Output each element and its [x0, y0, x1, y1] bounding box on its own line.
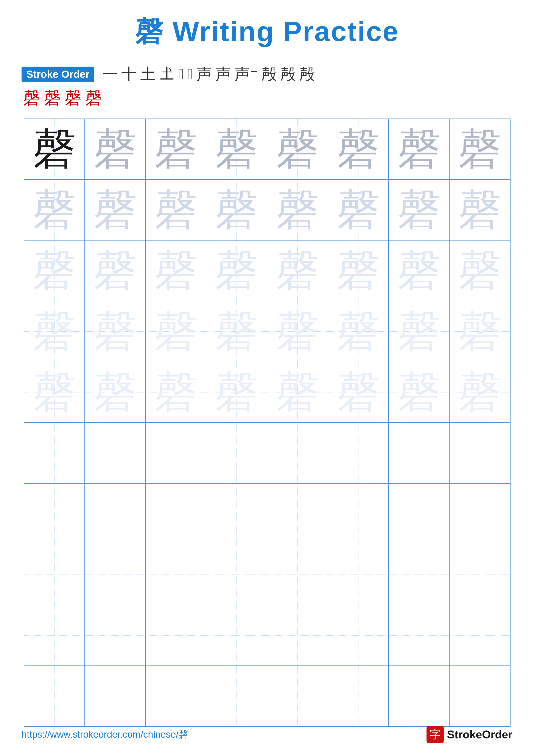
grid-cell[interactable]: 磬 — [85, 179, 145, 240]
stroke-3: 土 — [140, 64, 156, 85]
grid-cell[interactable]: 磬 — [389, 179, 449, 240]
grid-cell[interactable]: 磬 — [24, 119, 85, 179]
grid-char: 磬 — [85, 249, 145, 292]
grid-cell[interactable]: 磬 — [145, 362, 206, 422]
grid-cell[interactable] — [145, 605, 206, 666]
grid-cell[interactable] — [389, 544, 449, 605]
grid-cell[interactable]: 磬 — [206, 179, 267, 240]
grid-cell[interactable]: 磬 — [328, 119, 389, 179]
grid-cell[interactable] — [267, 605, 328, 666]
grid-char: 磬 — [389, 371, 449, 414]
grid-cell[interactable] — [24, 422, 85, 483]
stroke-16: 磬 — [85, 87, 103, 110]
grid-cell[interactable] — [24, 605, 85, 666]
grid-char: 磬 — [389, 249, 449, 292]
grid-cell[interactable] — [145, 666, 206, 726]
practice-grid: 磬磬磬磬磬磬磬磬磬磬磬磬磬磬磬磬磬磬磬磬磬磬磬磬磬磬磬磬磬磬磬磬磬磬磬磬磬磬磬磬 — [24, 119, 511, 727]
grid-cell[interactable] — [267, 483, 328, 544]
grid-cell[interactable]: 磬 — [145, 301, 206, 362]
grid-cell[interactable] — [206, 605, 267, 666]
grid-cell[interactable] — [24, 666, 85, 726]
grid-cell[interactable]: 磬 — [206, 301, 267, 362]
grid-cell[interactable] — [206, 422, 267, 483]
grid-cell[interactable]: 磬 — [449, 240, 510, 301]
grid-cell[interactable]: 磬 — [145, 179, 206, 240]
grid-cell[interactable] — [328, 666, 389, 726]
grid-char: 磬 — [267, 188, 328, 231]
grid-char: 磬 — [24, 249, 85, 292]
grid-cell[interactable] — [267, 544, 328, 605]
stroke-sequence-row1: 一 十 土 𡈽 𡉖 𡉗 声 声 声⁻ 殸 殸 殸 — [101, 64, 317, 85]
grid-char: 磬 — [328, 188, 388, 231]
grid-cell[interactable]: 磬 — [389, 362, 449, 422]
grid-cell[interactable]: 磬 — [328, 301, 389, 362]
grid-char: 磬 — [146, 371, 206, 414]
grid-char: 磬 — [328, 310, 388, 353]
grid-cell[interactable] — [449, 422, 510, 483]
grid-cell[interactable] — [389, 422, 449, 483]
grid-cell[interactable]: 磬 — [328, 362, 389, 422]
grid-cell[interactable]: 磬 — [267, 362, 328, 422]
grid-cell[interactable]: 磬 — [206, 362, 267, 422]
grid-cell[interactable]: 磬 — [267, 179, 328, 240]
grid-cell[interactable] — [85, 483, 145, 544]
grid-cell[interactable]: 磬 — [449, 362, 510, 422]
grid-cell[interactable]: 磬 — [267, 301, 328, 362]
grid-cell[interactable] — [206, 544, 267, 605]
grid-cell[interactable] — [328, 605, 389, 666]
grid-cell[interactable]: 磬 — [449, 179, 510, 240]
grid-char: 磬 — [24, 188, 85, 231]
grid-cell[interactable] — [449, 605, 510, 666]
grid-cell[interactable] — [24, 483, 85, 544]
grid-char: 磬 — [449, 249, 510, 292]
grid-cell[interactable]: 磬 — [449, 301, 510, 362]
grid-cell[interactable]: 磬 — [24, 301, 85, 362]
grid-cell[interactable] — [206, 666, 267, 726]
grid-cell[interactable] — [206, 483, 267, 544]
page-title: 磬 Writing Practice — [135, 13, 399, 51]
grid-cell[interactable] — [24, 544, 85, 605]
grid-cell[interactable] — [328, 544, 389, 605]
grid-cell[interactable] — [145, 422, 206, 483]
grid-cell[interactable] — [85, 544, 145, 605]
stroke-11: 殸 — [280, 64, 296, 85]
grid-char: 磬 — [389, 188, 449, 231]
grid-cell[interactable]: 磬 — [449, 119, 510, 179]
grid-cell[interactable]: 磬 — [328, 240, 389, 301]
grid-cell[interactable] — [449, 666, 510, 726]
grid-cell[interactable] — [449, 544, 510, 605]
grid-cell[interactable] — [85, 605, 145, 666]
grid-cell[interactable] — [267, 666, 328, 726]
grid-cell[interactable] — [328, 422, 389, 483]
grid-cell[interactable]: 磬 — [145, 119, 206, 179]
grid-cell[interactable]: 磬 — [389, 240, 449, 301]
grid-cell[interactable]: 磬 — [267, 119, 328, 179]
grid-cell[interactable]: 磬 — [85, 240, 145, 301]
grid-cell[interactable]: 磬 — [267, 240, 328, 301]
grid-cell[interactable] — [389, 483, 449, 544]
grid-cell[interactable] — [267, 422, 328, 483]
grid-cell[interactable]: 磬 — [24, 179, 85, 240]
grid-cell[interactable]: 磬 — [389, 119, 449, 179]
grid-cell[interactable]: 磬 — [24, 362, 85, 422]
grid-cell[interactable] — [328, 483, 389, 544]
grid-cell[interactable]: 磬 — [206, 240, 267, 301]
grid-cell[interactable]: 磬 — [24, 240, 85, 301]
grid-cell[interactable] — [145, 544, 206, 605]
grid-char: 磬 — [24, 127, 85, 171]
stroke-10: 殸 — [262, 64, 277, 85]
grid-cell[interactable]: 磬 — [206, 119, 267, 179]
grid-cell[interactable] — [85, 666, 145, 726]
grid-cell[interactable] — [449, 483, 510, 544]
grid-cell[interactable]: 磬 — [85, 301, 145, 362]
grid-cell[interactable]: 磬 — [328, 179, 389, 240]
grid-cell[interactable] — [145, 483, 206, 544]
grid-cell[interactable] — [389, 605, 449, 666]
grid-cell[interactable]: 磬 — [85, 362, 145, 422]
grid-cell[interactable]: 磬 — [389, 301, 449, 362]
grid-char: 磬 — [328, 249, 388, 292]
grid-cell[interactable] — [85, 422, 145, 483]
grid-cell[interactable] — [389, 666, 449, 726]
grid-cell[interactable]: 磬 — [145, 240, 206, 301]
grid-cell[interactable]: 磬 — [85, 119, 145, 179]
